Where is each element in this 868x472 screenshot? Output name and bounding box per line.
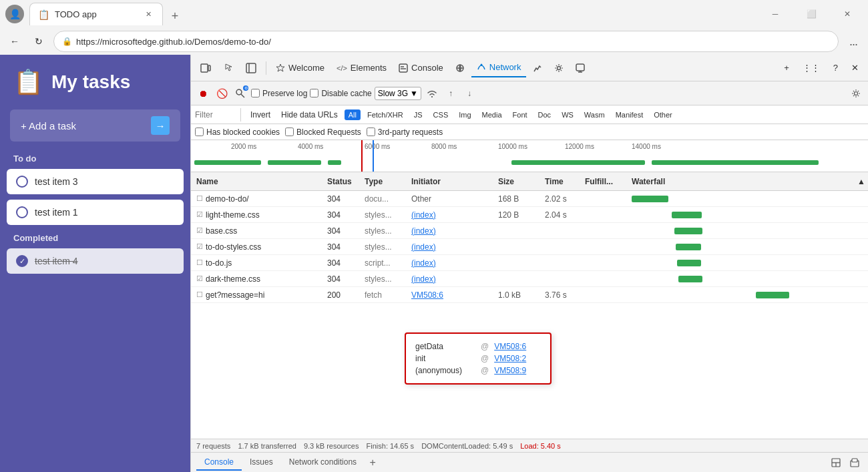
devtools-inspect-button[interactable]: [218, 59, 239, 77]
tooltip-link-3[interactable]: VM508:9: [494, 366, 526, 375]
import-button[interactable]: ↑: [443, 85, 459, 101]
invert-button[interactable]: Invert: [246, 109, 274, 121]
filter-manifest[interactable]: Manifest: [612, 109, 648, 120]
row-initiator[interactable]: (index): [409, 226, 495, 236]
filter-fetch-xhr[interactable]: Fetch/XHR: [363, 109, 407, 120]
restore-button[interactable]: ⬜: [796, 3, 827, 25]
col-header-name[interactable]: Name: [191, 177, 324, 186]
add-task-button[interactable]: + Add a task →: [10, 109, 180, 142]
record-button[interactable]: ⏺: [195, 85, 211, 101]
refresh-button[interactable]: ↻: [29, 32, 48, 51]
waterfall-bar: [672, 212, 702, 218]
tooltip-link-2[interactable]: VM508:2: [494, 354, 526, 363]
tooltip-link-1[interactable]: VM508:6: [494, 342, 526, 351]
filter-font[interactable]: Font: [509, 109, 531, 120]
filter-css[interactable]: CSS: [429, 109, 453, 120]
table-row[interactable]: ☑ light-theme.css 304 styles... (index) …: [191, 207, 868, 223]
blocked-requests-checkbox[interactable]: Blocked Requests: [285, 128, 361, 137]
export-button[interactable]: ↓: [461, 85, 477, 101]
devtools-add-tab[interactable]: +: [779, 59, 795, 77]
clear-button[interactable]: 🚫: [214, 85, 230, 101]
disable-cache-checkbox[interactable]: Disable cache: [310, 89, 371, 98]
row-initiator[interactable]: VM508:6: [409, 290, 495, 300]
svg-rect-0: [201, 64, 208, 72]
row-type: docu...: [362, 194, 409, 204]
browser-tab-active[interactable]: 📋 TODO app ✕: [29, 3, 163, 25]
filter-button[interactable]: ⚙: [232, 85, 248, 101]
row-waterfall: [629, 255, 868, 270]
devtools-more-button[interactable]: ⋮⋮: [797, 59, 825, 77]
devtools-performance-tab[interactable]: [527, 59, 548, 77]
devtools-sidebar-button[interactable]: [240, 59, 262, 77]
third-party-checkbox[interactable]: 3rd-party requests: [367, 128, 443, 137]
table-row[interactable]: ☐ get?message=hi 200 fetch VM508:6 1.0 k…: [191, 287, 868, 303]
devtools-sources-tab[interactable]: [450, 59, 470, 77]
throttle-select[interactable]: Slow 3G ▼: [375, 87, 421, 100]
devtools-help-button[interactable]: ?: [828, 59, 843, 77]
filter-all[interactable]: All: [345, 109, 361, 120]
row-initiator[interactable]: (index): [409, 274, 495, 284]
back-button[interactable]: ←: [5, 32, 24, 51]
bottom-tab-network-conditions[interactable]: Network conditions: [281, 455, 365, 471]
devtools-elements-tab[interactable]: </> Elements: [331, 59, 392, 77]
filter-doc[interactable]: Doc: [534, 109, 556, 120]
todo-task-item[interactable]: test item 3: [7, 169, 184, 194]
filter-input[interactable]: [195, 110, 235, 120]
browser-more-button[interactable]: ...: [844, 32, 863, 51]
col-header-waterfall[interactable]: Waterfall ▲: [629, 177, 868, 186]
filter-other[interactable]: Other: [650, 109, 676, 120]
window-controls-left: 👤: [5, 5, 24, 23]
table-row[interactable]: ☑ dark-theme.css 304 styles... (index): [191, 271, 868, 287]
row-initiator[interactable]: (index): [409, 258, 495, 268]
network-online-icon[interactable]: [424, 85, 440, 101]
completed-task-item[interactable]: ✓ test item 4: [7, 248, 184, 274]
tab-close-button[interactable]: ✕: [142, 9, 154, 21]
devtools-close-button[interactable]: ✕: [846, 59, 864, 77]
settings-icon[interactable]: [848, 85, 864, 101]
devtools-welcome-tab[interactable]: Welcome: [270, 59, 330, 77]
blocked-cookies-checkbox[interactable]: Has blocked cookies: [195, 128, 280, 137]
table-row[interactable]: ☐ demo-to-do/ 304 docu... Other 168 B 2.…: [191, 191, 868, 207]
devtools-network-tab[interactable]: Network: [471, 59, 527, 77]
filter-js[interactable]: JS: [410, 109, 427, 120]
col-header-size[interactable]: Size: [495, 177, 542, 186]
devtools-console-tab[interactable]: Console: [393, 59, 449, 77]
task-checkbox-1[interactable]: [16, 206, 28, 218]
task-checkbox-4[interactable]: ✓: [16, 255, 28, 267]
col-header-status[interactable]: Status: [324, 177, 362, 186]
devtools-application-tab[interactable]: [570, 59, 590, 77]
todo-task-item[interactable]: test item 1: [7, 200, 184, 225]
row-initiator[interactable]: (index): [409, 210, 495, 220]
col-header-type[interactable]: Type: [362, 177, 409, 186]
filter-img[interactable]: Img: [455, 109, 475, 120]
network-table: Name Status Type Initiator Size Time Ful…: [191, 172, 868, 452]
col-header-initiator[interactable]: Initiator: [409, 177, 495, 186]
preserve-log-checkbox[interactable]: Preserve log: [251, 89, 307, 98]
requests-count: 7 requests: [196, 442, 230, 450]
url-bar[interactable]: 🔒 https://microsoftedge.github.io/Demos/…: [53, 31, 839, 52]
bottom-tab-issues[interactable]: Issues: [242, 455, 281, 471]
row-initiator[interactable]: (index): [409, 242, 495, 252]
waterfall-bar: [678, 276, 702, 282]
waterfall-sort-icon[interactable]: ▲: [857, 177, 865, 186]
col-header-fulfill[interactable]: Fulfill...: [582, 177, 629, 186]
filter-media[interactable]: Media: [478, 109, 506, 120]
minimize-button[interactable]: ─: [760, 3, 791, 25]
table-row[interactable]: ☐ to-do.js 304 script... (index): [191, 255, 868, 271]
filter-wasm[interactable]: Wasm: [580, 109, 609, 120]
task-checkbox-3[interactable]: [16, 176, 28, 188]
bottom-tab-console[interactable]: Console: [196, 455, 242, 471]
undock-button[interactable]: [847, 455, 863, 471]
hide-data-urls-button[interactable]: Hide data URLs: [277, 109, 342, 121]
devtools-device-button[interactable]: [195, 59, 216, 77]
devtools-settings-tab[interactable]: [549, 59, 569, 77]
table-row[interactable]: ☑ base.css 304 styles... (index): [191, 223, 868, 239]
table-row[interactable]: ☑ to-do-styles.css 304 styles... (index): [191, 239, 868, 255]
new-tab-button[interactable]: +: [166, 7, 184, 25]
user-avatar[interactable]: 👤: [5, 5, 24, 23]
add-bottom-tab-button[interactable]: +: [365, 455, 381, 471]
dock-button[interactable]: [828, 455, 844, 471]
close-button[interactable]: ✕: [832, 3, 863, 25]
filter-ws[interactable]: WS: [558, 109, 578, 120]
col-header-time[interactable]: Time: [542, 177, 582, 186]
